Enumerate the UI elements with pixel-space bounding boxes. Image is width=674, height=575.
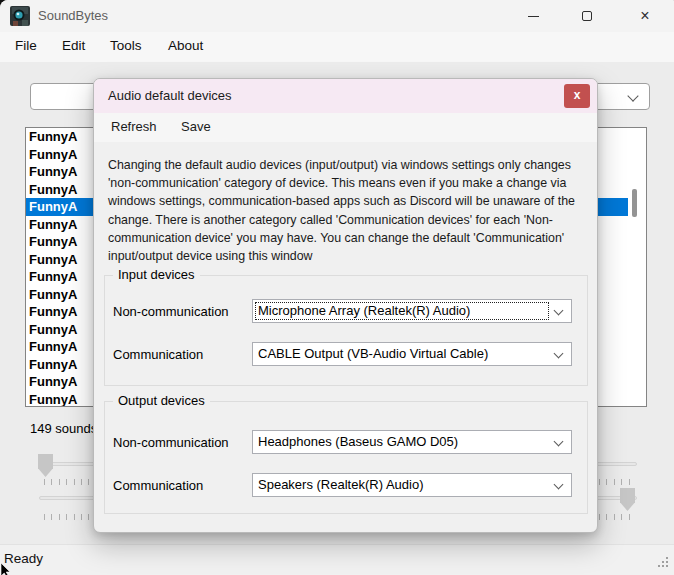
chevron-down-icon: [554, 480, 564, 490]
slider-2-thumb[interactable]: [620, 488, 635, 511]
dialog-title: Audio default devices: [108, 88, 232, 103]
slider-1-thumb[interactable]: [38, 454, 53, 477]
window-title: SoundBytes: [38, 8, 108, 23]
save-menu-item[interactable]: Save: [181, 119, 211, 134]
input-comm-value: CABLE Output (VB-Audio Virtual Cable): [258, 346, 488, 361]
dialog-close-button[interactable]: x: [564, 84, 590, 108]
input-devices-group: Input devices Non-communication Micropho…: [104, 275, 588, 386]
input-noncomm-value: Microphone Array (Realtek(R) Audio): [258, 303, 470, 318]
minimize-icon: [528, 16, 539, 17]
input-noncomm-label: Non-communication: [113, 304, 229, 319]
output-noncomm-value: Headphones (Baseus GAMO D05): [258, 434, 458, 449]
output-devices-group: Output devices Non-communication Headpho…: [104, 401, 588, 514]
dialog-menu-strip: Refresh Save: [94, 113, 597, 142]
close-icon: ×: [640, 8, 649, 24]
maximize-icon: [582, 11, 592, 21]
sound-count-label: 149 sounds: [30, 421, 97, 436]
list-scrollbar[interactable]: [632, 189, 637, 217]
menu-tools[interactable]: Tools: [110, 38, 142, 53]
chevron-down-icon: [627, 90, 638, 101]
soundbytes-window: SoundBytes × File Edit Tools About Funny…: [0, 0, 674, 575]
menu-bar: File Edit Tools About: [0, 32, 674, 62]
audio-default-devices-dialog: Audio default devices x Refresh Save Cha…: [93, 78, 598, 533]
dialog-titlebar: Audio default devices x: [94, 79, 597, 113]
menu-file[interactable]: File: [15, 38, 37, 53]
output-comm-value: Speakers (Realtek(R) Audio): [258, 477, 423, 492]
output-comm-combobox[interactable]: Speakers (Realtek(R) Audio): [252, 473, 572, 497]
output-noncomm-label: Non-communication: [113, 435, 229, 450]
minimize-button[interactable]: [510, 0, 556, 32]
output-noncomm-combobox[interactable]: Headphones (Baseus GAMO D05): [252, 430, 572, 454]
chevron-down-icon: [554, 306, 564, 316]
status-bar: Ready: [0, 544, 674, 575]
menu-edit[interactable]: Edit: [62, 38, 85, 53]
close-button[interactable]: ×: [622, 0, 668, 32]
chevron-down-icon: [554, 437, 564, 447]
maximize-button[interactable]: [564, 0, 610, 32]
window-titlebar: SoundBytes ×: [0, 0, 674, 32]
input-comm-combobox[interactable]: CABLE Output (VB-Audio Virtual Cable): [252, 342, 572, 366]
output-devices-legend: Output devices: [113, 393, 210, 408]
mouse-cursor-icon: [0, 563, 14, 575]
chevron-down-icon: [554, 349, 564, 359]
dialog-description: Changing the default audio devices (inpu…: [108, 156, 582, 265]
input-devices-legend: Input devices: [113, 267, 200, 282]
resize-grip-icon[interactable]: [666, 565, 668, 567]
output-comm-label: Communication: [113, 478, 203, 493]
menu-about[interactable]: About: [168, 38, 203, 53]
input-comm-label: Communication: [113, 347, 203, 362]
input-noncomm-combobox[interactable]: Microphone Array (Realtek(R) Audio): [252, 299, 572, 323]
refresh-menu-item[interactable]: Refresh: [111, 119, 157, 134]
app-icon: [10, 6, 30, 26]
